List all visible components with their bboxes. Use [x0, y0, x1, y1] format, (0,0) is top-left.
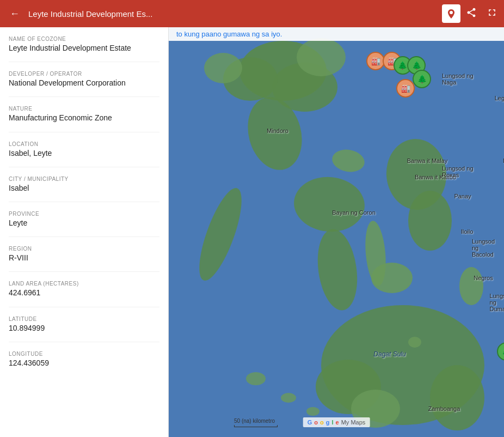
divider-0: [9, 62, 159, 62]
google-maps-logo-icon: [445, 8, 457, 20]
map-marker-4[interactable]: 🏭: [396, 79, 415, 98]
field-label-2: NATURE: [9, 106, 159, 112]
field-label-5: PROVINCE: [9, 211, 159, 217]
divider-1: [9, 96, 159, 97]
field-label-4: CITY / MUNICIPALITY: [9, 176, 159, 182]
field-value-6: R-VIII: [9, 253, 159, 263]
divider-2: [9, 132, 159, 132]
field-label-7: LAND AREA (HECTARES): [9, 281, 159, 287]
field-label-1: DEVELOPER / OPERATOR: [9, 71, 159, 77]
back-button[interactable]: ←: [7, 5, 23, 22]
field-value-9: 124.436059: [9, 358, 159, 368]
mymaps-label: My Maps: [341, 419, 366, 426]
app-logo: [442, 4, 460, 23]
divider-4: [9, 202, 159, 202]
divider-8: [9, 342, 159, 342]
top-bar-actions: [466, 7, 497, 21]
field-value-0: Leyte Industrial Development Estate: [9, 43, 159, 53]
info-banner: to kung paano gumawa ng sa iyo.: [169, 27, 504, 41]
field-label-6: REGION: [9, 246, 159, 252]
field-value-5: Leyte: [9, 218, 159, 228]
map-marker-5[interactable]: 🌲: [413, 70, 431, 88]
sidebar: NAME OF ECOZONELeyte Industrial Developm…: [0, 27, 169, 437]
field-block-2: NATUREManufacturing Economic Zone: [9, 106, 159, 123]
main-content: NAME OF ECOZONELeyte Industrial Developm…: [0, 27, 504, 437]
scale-line: [234, 425, 278, 427]
field-block-8: LATITUDE10.894999: [9, 316, 159, 333]
google-attribution: Google My Maps: [303, 417, 370, 427]
field-label-8: LATITUDE: [9, 316, 159, 322]
map-marker-0[interactable]: 🏭: [366, 52, 385, 70]
field-block-1: DEVELOPER / OPERATORNational Development…: [9, 71, 159, 88]
field-value-4: Isabel: [9, 183, 159, 193]
field-label-0: NAME OF ECOZONE: [9, 36, 159, 42]
divider-5: [9, 236, 159, 237]
field-value-3: Isabel, Leyte: [9, 148, 159, 158]
field-block-7: LAND AREA (HECTARES)424.6961: [9, 281, 159, 298]
field-block-6: REGIONR-VIII: [9, 246, 159, 263]
top-bar: ← Leyte Industrial Development Es...: [0, 0, 504, 27]
divider-7: [9, 307, 159, 307]
field-label-9: LONGITUDE: [9, 351, 159, 357]
top-bar-title: Leyte Industrial Development Es...: [28, 9, 437, 19]
field-block-5: PROVINCELeyte: [9, 211, 159, 228]
map-marker-13[interactable]: 🌲: [497, 342, 504, 361]
field-block-4: CITY / MUNICIPALITYIsabel: [9, 176, 159, 193]
field-label-3: LOCATION: [9, 141, 159, 147]
divider-3: [9, 167, 159, 167]
field-block-9: LONGITUDE124.436059: [9, 351, 159, 368]
field-block-3: LOCATIONIsabel, Leyte: [9, 141, 159, 158]
field-value-2: Manufacturing Economic Zone: [9, 113, 159, 123]
divider-6: [9, 271, 159, 272]
share-button[interactable]: [466, 7, 477, 21]
field-value-7: 424.6961: [9, 288, 159, 298]
scale-bar: 50 (na) kilometro: [234, 418, 278, 427]
map-area[interactable]: to kung paano gumawa ng sa iyo.: [169, 27, 504, 437]
fullscreen-button[interactable]: [487, 7, 497, 21]
svg-point-1: [450, 11, 453, 14]
field-value-8: 10.894999: [9, 323, 159, 333]
field-block-0: NAME OF ECOZONELeyte Industrial Developm…: [9, 36, 159, 53]
field-value-1: National Development Corporation: [9, 78, 159, 88]
